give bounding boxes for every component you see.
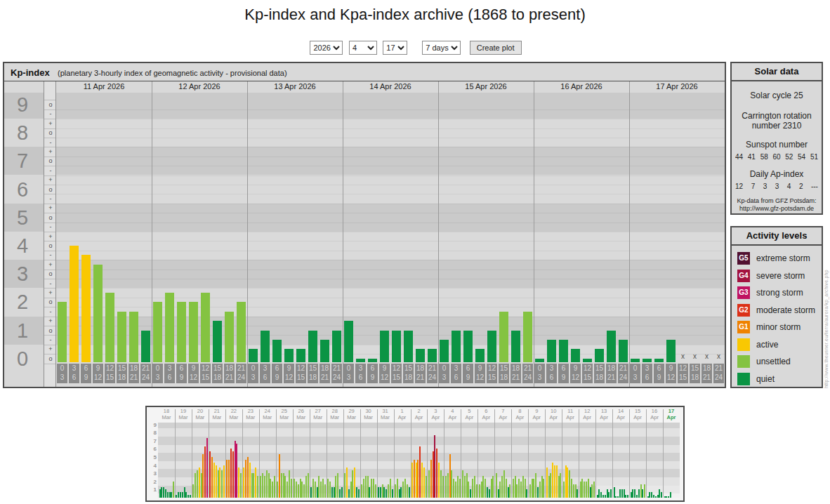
hour-label-box: 1821: [129, 364, 139, 383]
hour-start: 3: [260, 364, 270, 373]
mini-kp-bar: [159, 489, 161, 498]
mini-kp-bar: [219, 467, 220, 498]
sublevel-line: [44, 345, 55, 345]
sublevel-line: [44, 138, 55, 138]
y-axis-sublevels: o-+o-+o-+o-+o-+o-+o-+o-+o-+o: [44, 81, 56, 387]
mini-kp-bar: [284, 476, 286, 498]
mini-date-month: Mar: [360, 415, 377, 421]
hour-start: 3: [451, 364, 461, 373]
hour-end: 18: [212, 373, 223, 382]
kp-bar: [177, 302, 186, 362]
hour-start: 15: [212, 364, 223, 373]
sublevel-label: o: [44, 243, 56, 249]
month-select[interactable]: 4: [349, 41, 377, 55]
range-select[interactable]: 7 days: [422, 41, 461, 55]
kp-band-5: [56, 204, 725, 232]
mini-kp-bar: [440, 470, 442, 498]
mini-date-month: Apr: [411, 415, 428, 421]
mini-kp-bar: [411, 463, 413, 498]
kp-bar: [559, 340, 568, 362]
sunspot-value: 52: [785, 153, 793, 161]
mini-kp-bar: [367, 476, 369, 498]
mini-kp-bar: [230, 449, 232, 498]
sublevel-label: -: [44, 224, 56, 230]
hour-label-box: 1821: [701, 364, 712, 383]
mini-kp-bar: [182, 492, 183, 498]
hour-label-box: 912: [570, 364, 581, 383]
sublevel-label: +: [44, 205, 56, 211]
mini-kp-bar: [447, 473, 449, 498]
sublevel-line: [44, 251, 55, 251]
mini-day-separator: [310, 409, 310, 498]
mini-kp-bar: [552, 463, 553, 498]
mini-kp-bar: [245, 460, 246, 498]
sublevel-label: o: [44, 214, 56, 220]
mini-kp-bar: [642, 489, 643, 498]
mini-kp-bar: [560, 473, 561, 498]
legend-color-swatch: G4: [737, 270, 750, 282]
ap-value: 3: [775, 183, 779, 190]
mini-date-label: 8Apr: [511, 409, 528, 420]
kp-data-credit-line2: http://www.gfz-potsdam.de: [732, 205, 822, 213]
hour-end: 3: [534, 373, 545, 382]
mini-kp-bar: [171, 492, 172, 498]
mini-kp-bar: [624, 489, 625, 498]
mini-kp-bar: [371, 479, 372, 498]
create-plot-button[interactable]: Create plot: [470, 41, 522, 55]
hour-start: 21: [236, 364, 246, 373]
mini-kp-bar: [378, 487, 379, 498]
mini-kp-bar: [400, 487, 402, 498]
hour-label-box: 1821: [320, 364, 330, 383]
mini-kp-bar: [329, 482, 331, 498]
mini-kp-bar: [274, 476, 275, 498]
mini-kp-bar: [627, 495, 628, 498]
hour-label-box: 2124: [713, 364, 724, 383]
gridline: [56, 270, 725, 270]
mini-kp-bar: [228, 460, 230, 498]
date-label: 16 Apr 2026: [534, 82, 629, 91]
mini-kp-bar: [232, 451, 234, 498]
mini-kp-bar: [584, 482, 585, 498]
mini-kp-bar: [375, 484, 376, 498]
mini-date-label: 28Mar: [327, 409, 343, 420]
kp-bar: [344, 321, 353, 362]
kp-bar: [296, 349, 305, 362]
y-axis-number: 0: [4, 347, 41, 370]
mini-date-month: Mar: [276, 415, 293, 421]
mini-kp-bar: [506, 479, 507, 498]
mini-kp-bar: [563, 482, 565, 498]
hour-label-box: 2124: [427, 364, 437, 383]
mini-kp-bar: [365, 476, 367, 498]
mini-kp-bar: [565, 465, 567, 498]
sublevel-line: [44, 270, 55, 270]
hour-end: 18: [308, 373, 318, 382]
mini-kp-bar: [550, 473, 551, 498]
legend-row: G1minor storm: [737, 321, 819, 333]
sublevel-line: [44, 185, 55, 185]
hour-start: 6: [176, 364, 187, 373]
hour-start: 21: [427, 364, 437, 373]
hour-end: 6: [260, 373, 270, 382]
mini-kp-bar: [421, 463, 423, 498]
page-title: Kp-index and Kpa-index archive (1868 to …: [0, 6, 830, 24]
ap-value: 3: [763, 183, 768, 190]
kp-bar: [607, 331, 616, 363]
hour-start: 0: [152, 364, 163, 373]
sublevel-label: -: [44, 111, 56, 117]
sublevel-line: [44, 194, 55, 194]
mini-date-month: Apr: [444, 415, 461, 421]
sublevel-line: [44, 288, 55, 289]
sublevel-line: [44, 298, 55, 298]
day-select[interactable]: 17: [383, 41, 407, 55]
mini-kp-bar: [247, 457, 249, 498]
legend-label: quiet: [756, 374, 775, 384]
overview-chart-panel: 98765432118Mar19Mar20Mar21Mar22Mar23Mar2…: [145, 406, 685, 502]
mini-date-label: 26Mar: [293, 409, 310, 420]
mini-kp-bar: [520, 482, 522, 498]
mini-date-label: 18Mar: [158, 409, 175, 420]
mini-kp-bar: [607, 489, 608, 498]
mini-kp-bar: [577, 489, 578, 498]
kp-bar: [201, 293, 210, 362]
missing-data-mark: x: [677, 352, 689, 360]
year-select[interactable]: 2026: [310, 41, 343, 55]
